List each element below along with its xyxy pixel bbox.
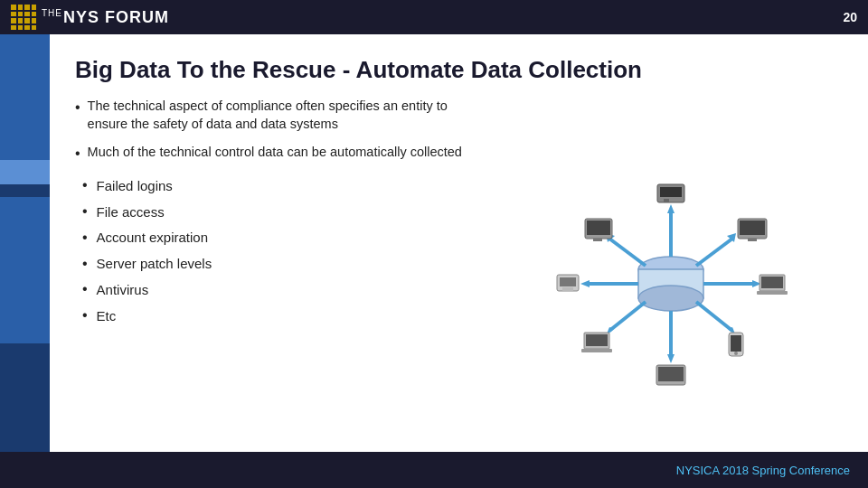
svg-rect-21 [664, 199, 669, 202]
svg-point-2 [638, 286, 703, 311]
logo-nys: NYS [63, 8, 99, 26]
sub-bullet-dot-6: • [82, 306, 88, 325]
svg-rect-20 [660, 187, 682, 197]
bullet-section: • The technical aspect of compliance oft… [75, 97, 843, 437]
sub-bullets: • Failed logins • File access • Account … [82, 176, 481, 325]
sub-bullet-4-text: Server patch levels [97, 255, 212, 273]
sub-bullet-2: • File access [82, 202, 481, 221]
sub-bullet-2-text: File access [97, 203, 165, 221]
sub-bullet-6: • Etc [82, 306, 481, 325]
logo-area: THENYS FORUM [11, 5, 169, 30]
sub-bullet-dot-4: • [82, 255, 88, 274]
svg-marker-16 [667, 204, 675, 213]
logo-grid [11, 5, 36, 30]
slide-number: 20 [843, 10, 857, 24]
svg-point-30 [734, 352, 738, 355]
bullet-dot-2: • [75, 144, 80, 164]
sub-bullet-5: • Antivirus [82, 280, 481, 299]
svg-line-9 [609, 239, 646, 266]
svg-line-11 [696, 302, 732, 331]
sub-bullet-6-text: Etc [97, 307, 117, 325]
main-bullet-1: • The technical aspect of compliance oft… [75, 97, 481, 134]
sub-bullet-5-text: Antivirus [97, 281, 149, 299]
svg-rect-35 [581, 349, 612, 352]
sub-bullet-1: • Failed logins [82, 176, 481, 195]
svg-rect-34 [586, 334, 608, 346]
sub-bullet-1-text: Failed logins [97, 177, 173, 195]
slide-title: Big Data To the Rescue - Automate Data C… [75, 56, 843, 84]
main-bullet-2-text: Much of the technical control data can b… [88, 143, 462, 161]
main-bullet-2: • Much of the technical control data can… [75, 143, 481, 164]
sub-bullet-dot-1: • [82, 176, 88, 195]
logo-the: THE [42, 8, 62, 18]
svg-rect-38 [562, 287, 573, 291]
network-diagram-area [499, 97, 843, 437]
svg-rect-23 [740, 221, 765, 235]
svg-rect-24 [748, 239, 757, 241]
svg-marker-18 [667, 354, 675, 363]
svg-marker-6 [580, 280, 590, 287]
bullet-dot-1: • [75, 98, 80, 117]
main-content: Big Data To the Rescue - Automate Data C… [50, 34, 868, 452]
svg-line-7 [696, 239, 732, 266]
svg-rect-26 [761, 277, 783, 288]
logo-forum: FORUM [99, 8, 169, 26]
sub-bullet-3: • Account expiration [82, 229, 481, 248]
sub-bullet-dot-5: • [82, 280, 88, 299]
sub-bullet-dot-3: • [82, 229, 88, 248]
svg-rect-41 [593, 239, 602, 241]
svg-rect-29 [731, 335, 741, 352]
network-diagram-svg [517, 141, 825, 394]
svg-rect-27 [757, 291, 788, 295]
svg-line-13 [609, 302, 646, 331]
svg-rect-37 [560, 277, 576, 286]
main-bullet-1-text: The technical aspect of compliance often… [88, 97, 481, 134]
sub-bullet-3-text: Account expiration [97, 229, 208, 247]
top-bar: THENYS FORUM 20 [0, 0, 868, 34]
logo-text: THENYS FORUM [42, 8, 169, 27]
svg-rect-32 [658, 367, 684, 381]
sub-bullet-4: • Server patch levels [82, 255, 481, 274]
sidebar-decoration [0, 34, 50, 452]
conference-text: NYSICA 2018 Spring Conference [676, 464, 850, 477]
sub-bullet-dot-2: • [82, 202, 88, 221]
bottom-bar: NYSICA 2018 Spring Conference [0, 452, 868, 488]
left-content: • The technical aspect of compliance oft… [75, 97, 499, 437]
svg-rect-40 [587, 221, 610, 235]
